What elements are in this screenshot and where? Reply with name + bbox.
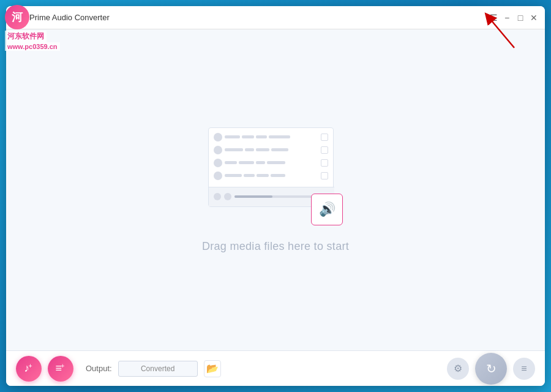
file-bar bbox=[239, 161, 254, 164]
file-row-bars bbox=[225, 135, 318, 138]
watermark: 河 河东软件网 www.pc0359.cn bbox=[5, 5, 60, 51]
add-audio-icon: ♪+ bbox=[24, 362, 33, 375]
file-icon-circle bbox=[214, 172, 222, 180]
file-bar bbox=[269, 135, 290, 138]
file-bar bbox=[256, 148, 269, 151]
minimize-button[interactable]: − bbox=[502, 13, 512, 23]
file-bar bbox=[242, 135, 254, 138]
right-toolbar: ⚙ ↻ ≡ bbox=[447, 353, 535, 385]
file-checkbox[interactable] bbox=[321, 172, 328, 179]
file-bar bbox=[225, 161, 237, 164]
file-row-bars bbox=[225, 161, 318, 164]
watermark-logo-icon: 河 bbox=[12, 10, 23, 24]
drag-drop-hint: Drag media files here to start bbox=[202, 240, 349, 253]
add-list-button[interactable]: ≡+ bbox=[48, 356, 73, 382]
file-row-bars bbox=[225, 148, 318, 151]
convert-button[interactable]: ↻ bbox=[475, 353, 507, 385]
window-controls: ☰ − □ ✕ bbox=[489, 13, 539, 23]
file-row-bars bbox=[225, 174, 318, 177]
file-icon-circle bbox=[214, 133, 222, 141]
file-row bbox=[214, 133, 328, 141]
file-checkbox[interactable] bbox=[321, 159, 328, 167]
file-row bbox=[214, 146, 328, 154]
file-bar bbox=[271, 174, 285, 177]
add-list-icon: ≡+ bbox=[56, 362, 66, 375]
close-button[interactable]: ✕ bbox=[529, 13, 539, 23]
add-audio-button[interactable]: ♪+ bbox=[16, 356, 42, 382]
player-progress-fill bbox=[234, 195, 272, 198]
drop-illustration: 🔊 bbox=[208, 127, 343, 225]
file-checkbox[interactable] bbox=[321, 134, 328, 141]
output-path-input[interactable] bbox=[118, 361, 198, 377]
convert-icon: ↻ bbox=[486, 361, 497, 376]
file-bar bbox=[225, 174, 242, 177]
file-bar bbox=[267, 161, 285, 164]
file-icon-circle bbox=[214, 159, 222, 167]
file-checkbox[interactable] bbox=[321, 146, 328, 154]
stop-button-circle bbox=[224, 193, 231, 200]
bottom-bar: ♪+ ≡+ Output: 📂 ⚙ ↻ ≡ bbox=[6, 350, 545, 386]
play-button-circle bbox=[214, 193, 221, 200]
watermark-url: www.pc0359.cn bbox=[5, 42, 60, 51]
browse-folder-button[interactable]: 📂 bbox=[204, 360, 221, 377]
title-bar: ♪ Prime Audio Converter ☰ − □ ✕ bbox=[6, 6, 545, 29]
file-bar bbox=[256, 161, 265, 164]
watermark-logo: 河 bbox=[5, 5, 29, 29]
menu-button[interactable]: ☰ bbox=[489, 13, 498, 23]
queue-button[interactable]: ≡ bbox=[513, 358, 535, 380]
settings-button[interactable]: ⚙ bbox=[447, 358, 469, 380]
file-bar bbox=[225, 135, 240, 138]
file-icon-circle bbox=[214, 146, 222, 154]
file-row bbox=[214, 159, 328, 167]
file-bar bbox=[245, 148, 254, 151]
settings-icon: ⚙ bbox=[454, 363, 462, 374]
file-row bbox=[214, 172, 328, 180]
app-window: ♪ Prime Audio Converter ☰ − □ ✕ bbox=[6, 6, 545, 386]
main-content: 🔊 Drag media files here to start bbox=[6, 29, 545, 350]
audio-icon-card: 🔊 bbox=[311, 194, 343, 225]
output-label: Output: bbox=[86, 364, 112, 373]
file-bar bbox=[256, 135, 267, 138]
file-bar bbox=[244, 174, 255, 177]
file-bar bbox=[257, 174, 269, 177]
maximize-button[interactable]: □ bbox=[515, 13, 525, 23]
file-bar bbox=[225, 148, 243, 151]
audio-icon: 🔊 bbox=[319, 202, 335, 217]
watermark-text-cn: 河东软件网 bbox=[5, 31, 47, 42]
folder-icon: 📂 bbox=[206, 363, 219, 374]
app-title: Prime Audio Converter bbox=[29, 13, 489, 22]
file-bar bbox=[271, 148, 288, 151]
queue-icon: ≡ bbox=[521, 363, 527, 374]
